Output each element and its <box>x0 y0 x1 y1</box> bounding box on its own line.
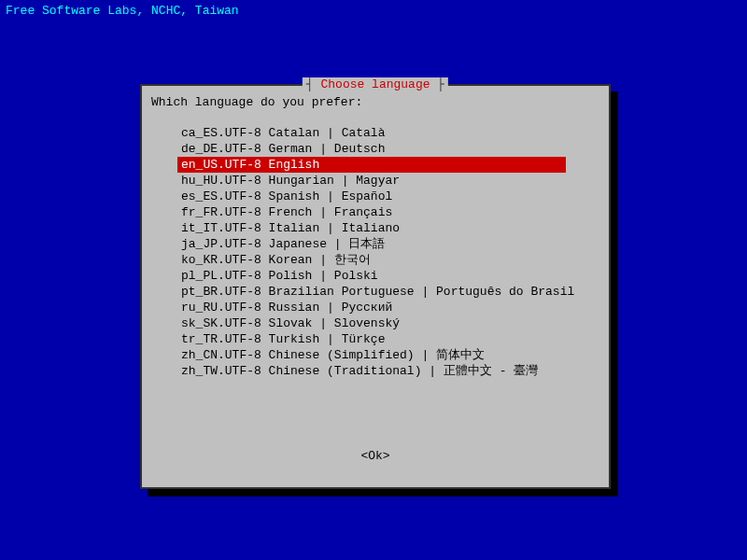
language-list[interactable]: ca_ES.UTF-8 Catalan | Catalàde_DE.UTF-8 … <box>181 125 598 379</box>
list-item[interactable]: it_IT.UTF-8 Italian | Italiano <box>181 220 598 236</box>
list-item[interactable]: zh_TW.UTF-8 Chinese (Traditional) | 正體中文… <box>181 363 598 379</box>
list-item[interactable]: ja_JP.UTF-8 Japanese | 日本語 <box>181 236 598 252</box>
dialog-prompt: Which language do you prefer: <box>151 95 362 111</box>
list-item[interactable]: sk_SK.UTF-8 Slovak | Slovenský <box>181 315 598 331</box>
ok-button[interactable]: <Ok> <box>360 449 389 465</box>
list-item[interactable]: pt_BR.UTF-8 Brazilian Portuguese | Portu… <box>181 284 598 300</box>
list-item[interactable]: tr_TR.UTF-8 Turkish | Türkçe <box>181 331 598 347</box>
list-item[interactable]: hu_HU.UTF-8 Hungarian | Magyar <box>181 173 598 189</box>
list-item[interactable]: en_US.UTF-8 English <box>177 157 566 173</box>
list-item[interactable]: ca_ES.UTF-8 Catalan | Català <box>181 125 598 141</box>
list-item[interactable]: ko_KR.UTF-8 Korean | 한국어 <box>181 252 598 268</box>
list-item[interactable]: de_DE.UTF-8 German | Deutsch <box>181 141 598 157</box>
language-dialog: Choose language Which language do you pr… <box>140 84 611 489</box>
dialog-title: Choose language <box>303 77 448 93</box>
list-item[interactable]: ru_RU.UTF-8 Russian | Русский <box>181 300 598 315</box>
list-item[interactable]: es_ES.UTF-8 Spanish | Español <box>181 189 598 204</box>
console-screen: Free Software Labs, NCHC, Taiwan Choose … <box>0 0 747 560</box>
status-line: Free Software Labs, NCHC, Taiwan <box>6 4 239 20</box>
list-item[interactable]: fr_FR.UTF-8 French | Français <box>181 204 598 220</box>
list-item[interactable]: zh_CN.UTF-8 Chinese (Simplified) | 简体中文 <box>181 347 598 363</box>
list-item[interactable]: pl_PL.UTF-8 Polish | Polski <box>181 268 598 284</box>
